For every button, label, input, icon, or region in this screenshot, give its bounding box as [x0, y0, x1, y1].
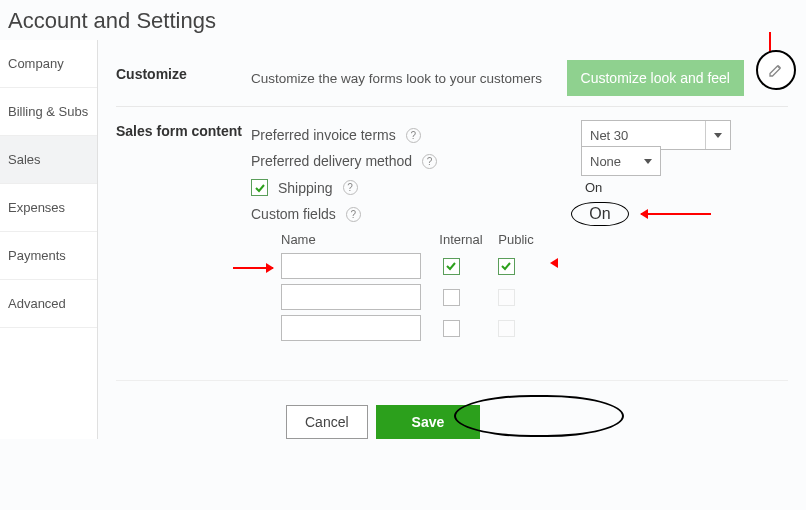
pref-delivery-select[interactable]: None — [581, 146, 661, 176]
sidebar-item-payments[interactable]: Payments — [0, 232, 97, 280]
sidebar: Company Billing & Subs Sales Expenses Pa… — [0, 40, 98, 439]
shipping-label: Shipping — [278, 180, 333, 196]
edit-section-button[interactable] — [756, 50, 796, 90]
section-label-salesform: Sales form content — [116, 117, 251, 139]
cf-header-name: Name — [281, 232, 431, 247]
check-icon — [254, 182, 266, 194]
annotation-arrow-left — [641, 213, 711, 215]
cancel-button[interactable]: Cancel — [286, 405, 368, 439]
sidebar-item-expenses[interactable]: Expenses — [0, 184, 97, 232]
help-icon[interactable]: ? — [343, 180, 358, 195]
customize-description: Customize the way forms look to your cus… — [251, 71, 542, 86]
sidebar-item-billing[interactable]: Billing & Subs — [0, 88, 97, 136]
shipping-status: On — [585, 180, 602, 195]
pref-delivery-label: Preferred delivery method — [251, 153, 412, 169]
chevron-down-icon — [714, 133, 722, 138]
cf-public-checkbox-3[interactable] — [498, 320, 515, 337]
cf-internal-checkbox-2[interactable] — [443, 289, 460, 306]
page-title: Account and Settings — [0, 0, 806, 40]
sidebar-item-sales[interactable]: Sales — [0, 136, 97, 184]
save-button[interactable]: Save — [376, 405, 481, 439]
custom-fields-status: On — [589, 205, 610, 223]
custom-fields-label: Custom fields — [251, 206, 336, 222]
cf-internal-checkbox-3[interactable] — [443, 320, 460, 337]
check-icon — [445, 260, 457, 272]
cf-name-input-1[interactable] — [281, 253, 421, 279]
sidebar-item-company[interactable]: Company — [0, 40, 97, 88]
cf-internal-checkbox-1[interactable] — [443, 258, 460, 275]
annotation-arrow-left — [233, 267, 273, 269]
footer: Cancel Save — [116, 380, 788, 439]
custom-fields-table: Name Internal Public — [281, 232, 788, 341]
pref-invoice-terms-label: Preferred invoice terms — [251, 127, 396, 143]
pref-delivery-value: None — [590, 154, 621, 169]
cf-header-internal: Internal — [431, 232, 491, 247]
sidebar-item-advanced[interactable]: Advanced — [0, 280, 97, 328]
customize-look-button[interactable]: Customize look and feel — [567, 60, 744, 96]
cf-public-checkbox-1[interactable] — [498, 258, 515, 275]
section-label-customize: Customize — [116, 60, 251, 82]
help-icon[interactable]: ? — [346, 207, 361, 222]
custom-fields-status-oval: On — [571, 202, 629, 226]
check-icon — [500, 260, 512, 272]
chevron-down-icon — [644, 159, 652, 164]
pencil-icon — [768, 62, 784, 78]
shipping-checkbox[interactable] — [251, 179, 268, 196]
cf-header-public: Public — [491, 232, 541, 247]
cf-name-input-2[interactable] — [281, 284, 421, 310]
pref-invoice-terms-value: Net 30 — [590, 128, 628, 143]
help-icon[interactable]: ? — [406, 128, 421, 143]
cf-public-checkbox-2[interactable] — [498, 289, 515, 306]
help-icon[interactable]: ? — [422, 154, 437, 169]
cf-name-input-3[interactable] — [281, 315, 421, 341]
main-panel: Customize Customize the way forms look t… — [98, 40, 806, 439]
